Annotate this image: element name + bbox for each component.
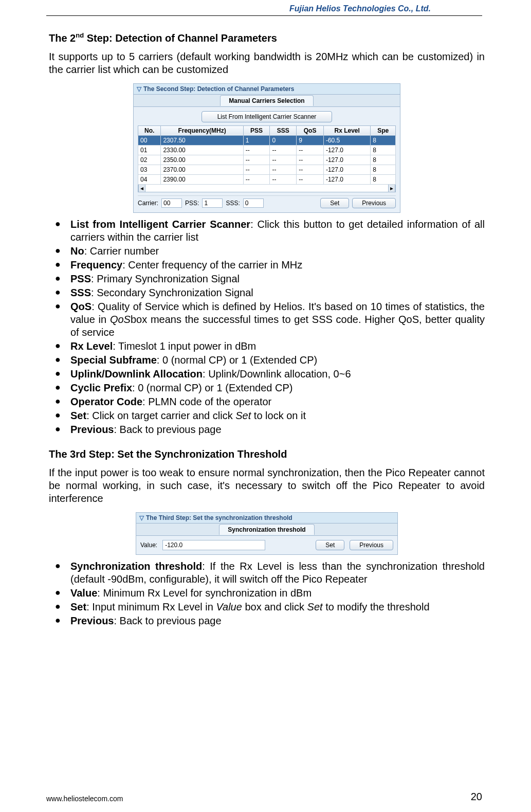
- previous-button[interactable]: Previous: [350, 540, 393, 550]
- list-item: Previous: Back to previous page: [55, 615, 485, 627]
- carrier-panel-body: List From Intelligent Carrier Scanner No…: [133, 107, 400, 213]
- footer-url: www.heliostelecom.com: [46, 795, 123, 803]
- carrier-label: Carrier:: [138, 200, 158, 207]
- list-scanner-button[interactable]: List From Intelligent Carrier Scanner: [202, 111, 333, 122]
- table-row[interactable]: 032370.00-------127.08: [138, 165, 396, 174]
- manual-carriers-tab[interactable]: Manual Carriers Selection: [220, 95, 313, 106]
- table-row[interactable]: 002307.50109-60.58: [138, 135, 396, 145]
- list-item: Cyclic Prefix: 0 (normal CP) or 1 (Exten…: [55, 382, 485, 394]
- company-name: Fujian Helios Technologies Co., Ltd.: [289, 4, 431, 13]
- list-item: Special Subframe: 0 (normal CP) or 1 (Ex…: [55, 354, 485, 367]
- column-header[interactable]: SSS: [270, 125, 297, 135]
- carrier-panel-header: ▽The Second Step: Detection of Channel P…: [133, 83, 400, 95]
- carrier-input-row: Carrier: PSS: SSS: Set Previous: [138, 195, 396, 208]
- scroll-right-icon[interactable]: ▸: [388, 185, 395, 192]
- step3-title: The 3rd Step: Set the Synchronization Th…: [49, 448, 485, 460]
- list-item: Value: Minimum Rx Level for synchronizat…: [55, 587, 485, 600]
- collapse-icon[interactable]: ▽: [139, 514, 144, 521]
- step2-title: The 2nd Step: Detection of Channel Param…: [49, 31, 485, 44]
- scroll-left-icon[interactable]: ◂: [138, 185, 145, 192]
- list-item: Synchronization threshold: If the Rx Lev…: [55, 560, 485, 586]
- table-row[interactable]: 012330.00-------127.08: [138, 145, 396, 155]
- collapse-icon[interactable]: ▽: [137, 85, 141, 93]
- list-item: QoS: Quality of Service which is defined…: [55, 300, 485, 339]
- list-item: Uplink/Downlink Allocation: Uplink/Downl…: [55, 368, 485, 381]
- sync-panel-body: Value: Set Previous: [136, 536, 398, 555]
- list-item: No: Carrier number: [55, 245, 485, 258]
- column-header[interactable]: Rx Level: [323, 125, 370, 135]
- table-scrollbar: ◂ ▸: [138, 185, 396, 192]
- carrier-table: No.Frequency(MHz)PSSSSSQoSRx LevelSpe 00…: [138, 125, 396, 185]
- column-header[interactable]: Spe: [371, 125, 396, 135]
- list-item: Frequency: Center frequency of the carri…: [55, 259, 485, 272]
- sss-label: SSS:: [226, 200, 240, 207]
- column-header[interactable]: No.: [138, 125, 161, 135]
- step2-intro: It supports up to 5 carriers (default wo…: [49, 50, 485, 76]
- set-button[interactable]: Set: [320, 198, 349, 208]
- table-row[interactable]: 022350.00-------127.08: [138, 155, 396, 165]
- sync-tab-bar: Synchronization threshold: [136, 524, 398, 536]
- page-number: 20: [471, 791, 482, 803]
- list-item: Rx Level: Timeslot 1 input power in dBm: [55, 340, 485, 353]
- list-item: Set: Click on target carrier and click S…: [55, 409, 485, 422]
- table-row[interactable]: 042390.00-------127.08: [138, 174, 396, 184]
- column-header[interactable]: Frequency(MHz): [161, 125, 243, 135]
- step3-intro: If the input power is too weak to ensure…: [49, 466, 485, 505]
- sync-panel-header: ▽The Third Step: Set the synchronization…: [136, 512, 398, 524]
- list-item: Operator Code: PLMN code of the operator: [55, 395, 485, 408]
- list-item: Set: Input minimum Rx Level in Value box…: [55, 601, 485, 613]
- set-button[interactable]: Set: [316, 540, 344, 550]
- value-label: Value:: [140, 542, 157, 549]
- sync-threshold-tab[interactable]: Synchronization threshold: [219, 524, 314, 535]
- pss-input[interactable]: [202, 199, 223, 208]
- carrier-tab-bar: Manual Carriers Selection: [133, 95, 400, 107]
- step3-bullets: Synchronization threshold: If the Rx Lev…: [49, 560, 485, 627]
- sync-panel: ▽The Third Step: Set the synchronization…: [136, 512, 398, 555]
- column-header[interactable]: QoS: [297, 125, 324, 135]
- page-header: Fujian Helios Technologies Co., Ltd.: [46, 0, 482, 16]
- pss-label: PSS:: [185, 200, 199, 207]
- step2-bullets: List from Intelligent Carrier Scanner: C…: [49, 218, 485, 436]
- list-item: PSS: Primary Synchronization Signal: [55, 273, 485, 285]
- page-footer: www.heliostelecom.com 20: [0, 791, 531, 803]
- value-input[interactable]: [162, 540, 265, 550]
- list-item: List from Intelligent Carrier Scanner: C…: [55, 218, 485, 244]
- sync-value-row: Value: Set Previous: [140, 540, 393, 550]
- list-item: Previous: Back to previous page: [55, 423, 485, 436]
- list-item: SSS: Secondary Synchronization Signal: [55, 286, 485, 299]
- previous-button[interactable]: Previous: [352, 198, 396, 208]
- page-content: The 2nd Step: Detection of Channel Param…: [0, 16, 531, 627]
- carrier-panel: ▽The Second Step: Detection of Channel P…: [133, 83, 400, 213]
- carrier-input[interactable]: [161, 199, 182, 208]
- sss-input[interactable]: [243, 199, 264, 208]
- column-header[interactable]: PSS: [243, 125, 270, 135]
